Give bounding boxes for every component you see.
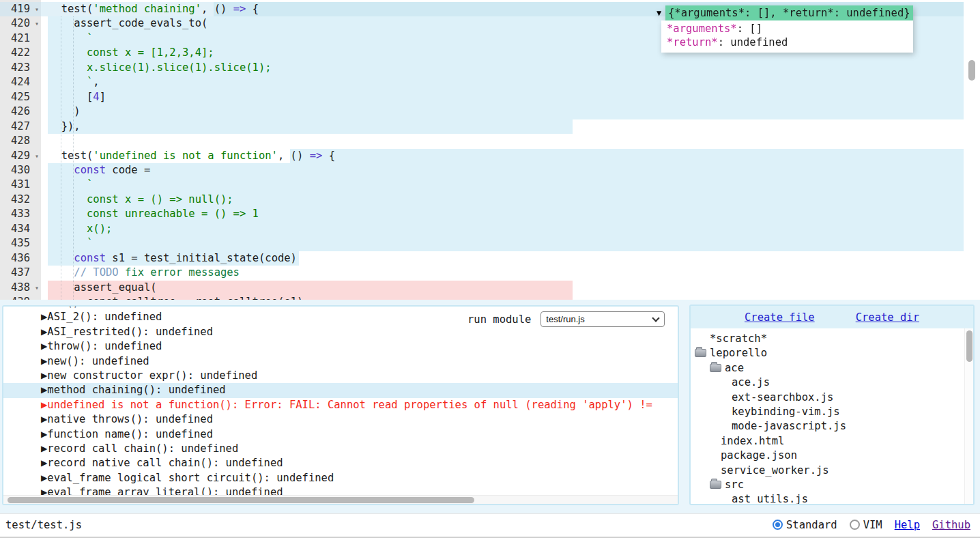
test-result-item[interactable]: ▶ASI(): undefined xyxy=(3,305,679,310)
line-number[interactable]: 419▾ xyxy=(0,2,41,16)
test-results-panel[interactable]: ▶ASI(): undefined▶ASI_2(): undefined▶ASI… xyxy=(2,305,679,505)
line-number[interactable]: 430 xyxy=(0,163,41,178)
tooltip-entry[interactable]: *return*: undefined xyxy=(667,36,906,49)
line-number[interactable]: 422 xyxy=(0,46,41,60)
tree-file-ast_utils.js[interactable]: ast_utils.js xyxy=(691,492,973,505)
line-number[interactable]: 435 xyxy=(0,236,41,251)
test-result-item[interactable]: ▶ASI_restrited(): undefined xyxy=(3,325,679,339)
test-result-item[interactable]: ▶method chaining(): undefined xyxy=(3,383,679,397)
code-line-429[interactable]: test('undefined is not a function', () =… xyxy=(0,149,335,163)
fold-arrow-icon[interactable]: ▾ xyxy=(35,16,39,31)
tooltip-summary-value: {*arguments*: [], *return*: undefined} xyxy=(665,5,913,20)
tree-file-*scratch*[interactable]: *scratch* xyxy=(691,332,973,346)
run-module-label: run module xyxy=(467,313,531,326)
line-number[interactable]: 434 xyxy=(0,222,41,236)
line-number-gutter[interactable]: 419▾420▾421422423424425426427428429▾4304… xyxy=(0,0,41,300)
status-bar-controls: StandardVIMHelpGithub xyxy=(773,519,970,531)
file-tree-header: Create file Create dir xyxy=(691,306,973,328)
test-result-item[interactable]: ▶new(): undefined xyxy=(3,354,679,369)
folder-icon xyxy=(710,364,721,372)
tree-folder-ace[interactable]: ace xyxy=(691,361,973,376)
test-result-item[interactable]: ▶record native call chain(): undefined xyxy=(3,456,679,470)
line-number[interactable]: 438▾ xyxy=(0,281,41,295)
line-number[interactable]: 433 xyxy=(0,207,41,221)
tree-file-package.json[interactable]: package.json xyxy=(691,449,973,463)
line-number[interactable]: 421 xyxy=(0,31,41,46)
test-result-item[interactable]: ▶undefined is not a function(): Error: F… xyxy=(3,398,679,412)
editor-vertical-scrollbar-thumb[interactable] xyxy=(968,60,975,81)
github-link[interactable]: Github xyxy=(932,519,970,531)
current-file-label: test/test.js xyxy=(5,519,82,531)
line-number[interactable]: 439 xyxy=(0,295,41,300)
mode-label: Standard xyxy=(786,519,837,531)
test-result-item[interactable]: ▶new constructor expr(): undefined xyxy=(3,369,679,383)
line-number[interactable]: 432 xyxy=(0,193,41,207)
tooltip-entry[interactable]: *arguments*: [] xyxy=(667,22,906,36)
collapse-caret-icon[interactable]: ▼ xyxy=(657,5,665,20)
fold-arrow-icon[interactable]: ▾ xyxy=(35,149,39,163)
tree-file-ext-searchbox.js[interactable]: ext-searchbox.js xyxy=(691,391,973,405)
tooltip-body: *arguments*: []*return*: undefined xyxy=(661,20,913,53)
line-number[interactable]: 424 xyxy=(0,75,41,89)
tree-file-service_worker.js[interactable]: service_worker.js xyxy=(691,464,973,478)
file-tree-scrollbar[interactable] xyxy=(964,328,973,504)
horizontal-scrollbar[interactable] xyxy=(3,495,678,504)
line-number[interactable]: 428 xyxy=(0,134,41,148)
tree-folder-leporello[interactable]: leporello xyxy=(691,346,973,360)
module-select-wrap: test/run.js xyxy=(541,311,665,327)
mode-option-vim[interactable]: VIM xyxy=(850,519,882,531)
test-result-item[interactable]: ▶record call chain(): undefined xyxy=(3,442,679,456)
value-tooltip: ▼ {*arguments*: [], *return*: undefined}… xyxy=(657,5,913,53)
create-dir-link[interactable]: Create dir xyxy=(856,311,919,324)
line-number[interactable]: 437 xyxy=(0,266,41,280)
line-number[interactable]: 427 xyxy=(0,119,41,134)
line-number[interactable]: 431 xyxy=(0,178,41,192)
tree-file-mode-javascript.js[interactable]: mode-javascript.js xyxy=(691,419,973,434)
run-module-control: run module test/run.js xyxy=(467,311,665,327)
test-result-item[interactable]: ▶function name(): undefined xyxy=(3,427,679,442)
tree-folder-src[interactable]: src xyxy=(691,478,973,492)
mode-label: VIM xyxy=(863,519,882,531)
folder-icon xyxy=(710,481,721,489)
fold-arrow-icon[interactable]: ▾ xyxy=(35,2,39,16)
radio-icon[interactable] xyxy=(850,520,860,530)
tree-file-index.html[interactable]: index.html xyxy=(691,434,973,449)
radio-icon[interactable] xyxy=(773,520,783,530)
tree-file-ace.js[interactable]: ace.js xyxy=(691,376,973,390)
tooltip-summary[interactable]: ▼ {*arguments*: [], *return*: undefined} xyxy=(657,5,913,20)
code-editor[interactable]: test('method chaining', () => { assert_c… xyxy=(0,0,980,300)
file-tree-panel: Create file Create dir *scratch*leporell… xyxy=(689,305,975,505)
leporello-app: test('method chaining', () => { assert_c… xyxy=(0,0,980,538)
folder-icon xyxy=(695,349,706,357)
line-number[interactable]: 426 xyxy=(0,104,41,119)
fold-arrow-icon[interactable]: ▾ xyxy=(35,281,39,295)
file-tree-scrollbar-thumb[interactable] xyxy=(966,330,972,362)
status-bar: test/test.js StandardVIMHelpGithub xyxy=(0,513,980,538)
code-line-439[interactable]: const calltree = root_calltree(s1) xyxy=(0,295,303,300)
line-number[interactable]: 420▾ xyxy=(0,16,41,31)
horizontal-scrollbar-thumb[interactable] xyxy=(8,497,474,503)
line-number[interactable]: 425 xyxy=(0,90,41,104)
line-number[interactable]: 436 xyxy=(0,251,41,266)
mode-option-standard[interactable]: Standard xyxy=(773,519,837,531)
module-select[interactable]: test/run.js xyxy=(541,311,665,327)
test-result-item[interactable]: ▶eval_frame logical short circuit(): und… xyxy=(3,471,679,485)
test-result-item[interactable]: ▶throw(): undefined xyxy=(3,339,679,354)
code-line-436[interactable]: const s1 = test_initial_state(code) xyxy=(0,251,297,266)
tree-file-keybinding-vim.js[interactable]: keybinding-vim.js xyxy=(691,405,973,419)
create-file-link[interactable]: Create file xyxy=(745,311,815,324)
test-result-item[interactable]: ▶native throws(): undefined xyxy=(3,412,679,427)
line-number[interactable]: 429▾ xyxy=(0,149,41,163)
help-link[interactable]: Help xyxy=(895,519,920,531)
line-number[interactable]: 423 xyxy=(0,61,41,75)
